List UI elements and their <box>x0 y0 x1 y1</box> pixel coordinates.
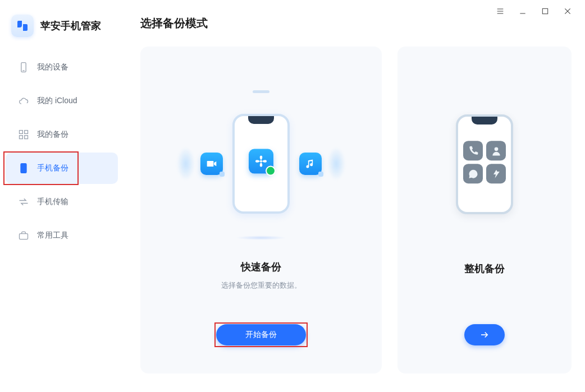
fan-app-icon <box>249 149 273 173</box>
sidebar-item-label: 我的备份 <box>37 130 68 140</box>
card-title: 快速备份 <box>241 260 281 274</box>
card-subtitle <box>483 282 486 290</box>
grid-icon <box>18 129 29 140</box>
toolbox-icon <box>18 230 29 241</box>
sidebar-item-my-backup[interactable]: 我的备份 <box>6 119 118 150</box>
svg-point-15 <box>260 160 262 162</box>
sidebar-item-phone-backup[interactable]: 手机备份 <box>6 153 118 184</box>
video-icon <box>200 153 223 175</box>
appstore-icon <box>486 164 506 183</box>
app-logo-icon <box>11 15 34 37</box>
transfer-icon <box>18 196 29 207</box>
sidebar-item-label: 手机传输 <box>37 197 68 207</box>
full-backup-next-button[interactable] <box>464 324 505 345</box>
svg-rect-14 <box>20 234 28 239</box>
sidebar-item-icloud[interactable]: 我的 iCloud <box>6 85 118 117</box>
card-full-backup: 整机备份 <box>397 47 572 373</box>
sidebar-item-label: 我的设备 <box>37 62 68 72</box>
card-title: 整机备份 <box>464 262 505 275</box>
card-quick-backup: 快速备份 选择备份您重要的数据。 开始备份 <box>140 47 382 373</box>
brand: 苹安手机管家 <box>0 9 124 50</box>
message-icon <box>463 164 483 183</box>
svg-rect-10 <box>25 131 28 134</box>
sidebar-item-device[interactable]: 我的设备 <box>6 52 118 83</box>
svg-rect-11 <box>20 136 23 139</box>
svg-rect-9 <box>20 131 23 134</box>
sidebar-item-label: 手机备份 <box>37 163 68 173</box>
phone-call-icon <box>463 141 483 160</box>
sidebar-item-phone-transfer[interactable]: 手机传输 <box>6 186 118 218</box>
svg-rect-12 <box>25 136 28 139</box>
full-backup-illustration <box>409 69 560 260</box>
sidebar-item-tools[interactable]: 常用工具 <box>6 220 118 251</box>
app-title: 苹安手机管家 <box>40 19 101 33</box>
svg-rect-13 <box>21 164 26 173</box>
music-icon <box>299 153 322 175</box>
main-content: 选择备份模式 快速 <box>124 0 585 392</box>
arrow-right-icon <box>479 330 490 340</box>
page-title: 选择备份模式 <box>140 16 568 31</box>
svg-point-16 <box>494 147 498 151</box>
start-backup-button[interactable]: 开始备份 <box>216 324 306 345</box>
phone-backup-icon <box>18 163 29 174</box>
button-label: 开始备份 <box>245 330 277 340</box>
cloud-icon <box>18 95 29 107</box>
sidebar-item-label: 我的 iCloud <box>37 96 77 106</box>
phone-icon <box>18 62 29 73</box>
sidebar: 苹安手机管家 我的设备 我的 iCloud 我的备份 手机备份 手机传输 常用工… <box>0 0 124 392</box>
sidebar-item-label: 常用工具 <box>37 230 68 241</box>
card-subtitle: 选择备份您重要的数据。 <box>221 280 301 290</box>
quick-backup-illustration <box>152 69 371 258</box>
contact-icon <box>486 141 506 160</box>
